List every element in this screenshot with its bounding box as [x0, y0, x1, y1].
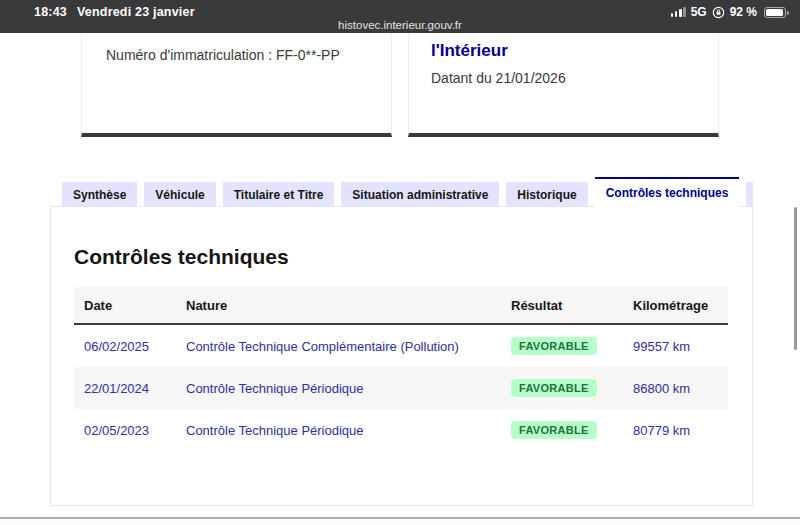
footer-divider [0, 517, 800, 525]
tab-panel-controles-techniques: Contrôles techniques Date Nature Résulta… [50, 206, 753, 506]
status-badge: FAVORABLE [511, 379, 597, 397]
status-left: 18:43 Vendredi 23 janvier [34, 5, 195, 19]
inspections-table: Date Nature Résultat Kilométrage 06/02/2… [74, 287, 728, 451]
cell-kilometrage: 99557 km [623, 339, 728, 354]
orientation-lock-icon [712, 6, 725, 19]
cell-kilometrage: 80779 km [623, 423, 728, 438]
tab-titulaire-et-titre[interactable]: Titulaire et Titre [223, 182, 335, 207]
column-header-nature: Nature [176, 298, 501, 313]
cell-date: 06/02/2025 [74, 339, 176, 354]
tab-vehicule[interactable]: Véhicule [144, 182, 215, 207]
cell-resultat: FAVORABLE [501, 337, 623, 355]
address-bar[interactable]: histovec.interieur.gouv.fr [0, 19, 800, 31]
battery-percent: 92 % [730, 5, 757, 19]
tab-kilometrage[interactable]: Kilométrage [746, 182, 753, 207]
cell-nature: Contrôle Technique Complémentaire (Pollu… [176, 339, 501, 354]
column-header-kilometrage: Kilométrage [623, 298, 728, 313]
status-time: 18:43 [34, 5, 67, 19]
cell-kilometrage: 86800 km [623, 381, 728, 396]
network-label: 5G [691, 5, 707, 19]
status-date: Vendredi 23 janvier [77, 5, 195, 19]
registration-card: Numéro d'immatriculation : FF-0**-PP [81, 33, 392, 137]
column-header-resultat: Résultat [501, 298, 623, 313]
vertical-scrollbar[interactable] [794, 207, 797, 350]
tab-synthese[interactable]: Synthèse [62, 182, 137, 207]
tab-situation-administrative[interactable]: Situation administrative [341, 182, 499, 207]
table-row: 22/01/2024 Contrôle Technique Périodique… [74, 367, 728, 409]
tab-historique[interactable]: Historique [506, 182, 587, 207]
column-header-date: Date [74, 298, 176, 313]
cell-resultat: FAVORABLE [501, 421, 623, 439]
battery-icon [764, 7, 786, 18]
status-badge: FAVORABLE [511, 421, 597, 439]
table-header-row: Date Nature Résultat Kilométrage [74, 287, 728, 325]
registration-number: Numéro d'immatriculation : FF-0**-PP [106, 47, 367, 63]
cell-date: 02/05/2023 [74, 423, 176, 438]
status-bar: 18:43 Vendredi 23 janvier 5G 92 % histov… [0, 0, 800, 33]
signal-strength-icon [671, 7, 686, 17]
cell-date: 22/01/2024 [74, 381, 176, 396]
status-right: 5G 92 % [671, 5, 786, 19]
cell-resultat: FAVORABLE [501, 379, 623, 397]
certificate-card: l'Intérieur Datant du 21/01/2026 [408, 33, 719, 137]
table-row: 02/05/2023 Contrôle Technique Périodique… [74, 409, 728, 451]
cell-nature: Contrôle Technique Périodique [176, 423, 501, 438]
table-row: 06/02/2025 Contrôle Technique Complément… [74, 325, 728, 367]
certificate-issuer: l'Intérieur [431, 41, 696, 61]
tab-bar: Synthèse Véhicule Titulaire et Titre Sit… [62, 177, 753, 207]
page-title: Contrôles techniques [74, 245, 728, 269]
cell-nature: Contrôle Technique Périodique [176, 381, 501, 396]
status-badge: FAVORABLE [511, 337, 597, 355]
tab-controles-techniques[interactable]: Contrôles techniques [595, 177, 740, 207]
certificate-date: Datant du 21/01/2026 [431, 70, 696, 86]
